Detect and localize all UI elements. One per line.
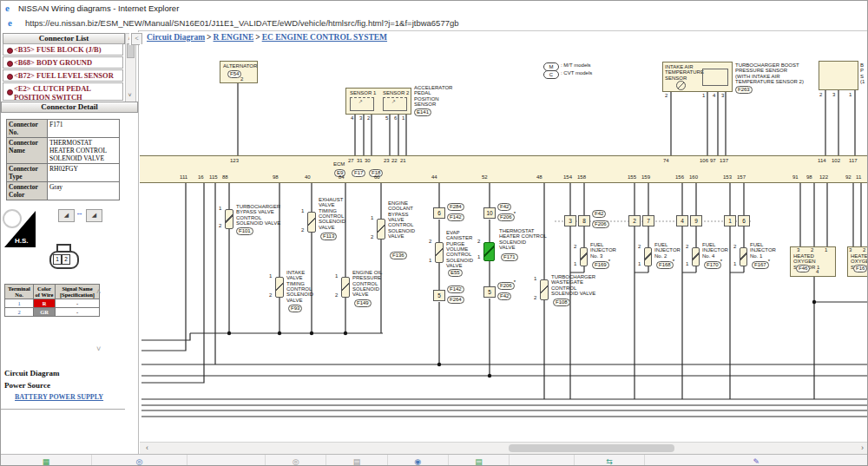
junction-box[interactable]: 6 <box>433 207 445 219</box>
connector-item-label: <E2> CLUTCH PEDAL POSITION SWITCH <box>14 84 91 102</box>
terminal-no[interactable]: 1 <box>5 299 34 308</box>
component-connector-id: F171 <box>501 253 518 261</box>
component-label: No. 3 <box>590 253 602 259</box>
ecm-bottom-pin: 160 <box>689 174 698 180</box>
connector-view-front-button[interactable]: ◢ <box>58 209 75 222</box>
component-label: VALVE <box>446 263 462 268</box>
component-connector-id: F167* <box>752 261 769 269</box>
browser-window: e NISSAN Wiring diagrams - Internet Expl… <box>0 0 868 466</box>
component-connector-id: F136 <box>390 252 407 259</box>
solenoid-symbol[interactable] <box>377 219 385 240</box>
ecm-top-pin: 74 <box>663 158 669 163</box>
bullseye-icon[interactable]: ◉ <box>414 457 421 466</box>
collapse-sidebar-button[interactable]: < <box>131 33 142 45</box>
ecm-top-pin: 137 <box>720 158 728 163</box>
junction-connector-id: F264 <box>447 296 464 304</box>
junction-box[interactable]: 9 <box>690 215 702 226</box>
connector-bullet-icon <box>7 89 13 95</box>
solenoid-symbol[interactable] <box>740 247 747 266</box>
solenoid-symbol[interactable] <box>225 209 233 229</box>
junction-box[interactable]: 5 <box>483 286 496 298</box>
solenoid-symbol[interactable] <box>540 279 549 300</box>
component-top-pin: 2 <box>638 244 641 249</box>
component-top-pin: 1 <box>534 276 536 281</box>
breadcrumb-ec-engine-control[interactable]: EC ENGINE CONTROL SYSTEM <box>262 33 387 42</box>
junction-connector-id: F42 <box>592 210 606 218</box>
battery-power-supply-link[interactable]: BATTERY POWER SUPPLY <box>15 393 103 401</box>
solenoid-symbol[interactable] <box>307 212 316 233</box>
component-top-pin: 1 <box>335 273 338 279</box>
junction-box[interactable]: 3 <box>564 215 576 226</box>
connector-detail-header: Connector Detail <box>1 102 138 113</box>
title-bar: e NISSAN Wiring diagrams - Internet Expl… <box>1 1 868 16</box>
component-bottom-pin: 2 <box>301 227 304 233</box>
solenoid-symbol[interactable] <box>644 247 652 266</box>
junction-box[interactable]: 7 <box>642 215 654 226</box>
ecm-top-pin: 30 <box>365 158 371 163</box>
component-bottom-pin: 2 <box>371 234 373 240</box>
detail-value: F171 <box>48 120 120 138</box>
sidebar-item-fuel-level-sensor[interactable]: <B72> FUEL LEVEL SENSOR <box>3 69 123 82</box>
file-icon[interactable]: ▤ <box>475 457 483 466</box>
grid-icon[interactable]: ▦ <box>43 457 50 466</box>
sidebar-item-clutch-pedal-switch[interactable]: <E2> CLUTCH PEDAL POSITION SWITCH <box>3 82 123 101</box>
scroll-down-icon[interactable]: ˅ <box>126 91 134 99</box>
address-url[interactable]: https://eu.nissan.biz/ESM_NEW/Manual/SN1… <box>25 16 459 30</box>
url-bar[interactable]: e https://eu.nissan.biz/ESM_NEW/Manual/S… <box>1 16 868 31</box>
breadcrumb-separator: > <box>205 33 213 42</box>
target-icon[interactable]: ◎ <box>135 457 142 466</box>
terminal-no[interactable]: 2 <box>5 308 34 317</box>
component-label: VALVE <box>286 298 302 303</box>
junction-box[interactable]: 2 <box>628 215 641 226</box>
detail-value: Gray <box>48 182 120 200</box>
sidebar-item-body-ground[interactable]: <B68> BODY GROUND <box>3 56 123 69</box>
junction-connector-id: F142 <box>447 213 464 221</box>
solenoid-symbol[interactable] <box>580 247 588 266</box>
breadcrumb-r-engine[interactable]: R ENGINE <box>214 33 254 42</box>
component-bottom-pin: 1 <box>574 261 576 266</box>
scroll-left-icon[interactable]: ‹ <box>141 443 153 454</box>
component-top-pin: 1 <box>219 206 221 211</box>
junction-box[interactable]: 5 <box>433 290 445 301</box>
diagram-h-scrollbar[interactable]: ‹ › <box>140 442 868 454</box>
sensor-pin: 2 <box>811 247 813 253</box>
scroll-right-icon[interactable]: › <box>857 443 868 454</box>
solenoid-symbol[interactable] <box>275 277 284 298</box>
junction-box[interactable]: 4 <box>676 215 688 226</box>
page-icon[interactable]: ▤ <box>353 457 361 466</box>
signature-icon[interactable]: ✎ <box>753 457 760 466</box>
component-top-pin: 1 <box>269 273 272 279</box>
solenoid-symbol[interactable] <box>435 242 444 263</box>
connector-item-label: <B72> FUEL LEVEL SENSOR <box>14 71 114 80</box>
sidebar-item-fuse-block[interactable]: <B35> FUSE BLOCK (J/B) <box>3 43 123 56</box>
boost-sensor-label: TEMPERATURE SENSOR 2) <box>735 79 804 84</box>
detail-label: Connector No. <box>7 120 48 138</box>
junction-connector-id: F42 <box>497 292 511 300</box>
sync-icon[interactable]: ⇆ <box>606 457 613 466</box>
solenoid-symbol[interactable] <box>341 277 350 298</box>
ecm-bottom-pin: 48 <box>536 174 542 180</box>
ecm-top-pin: 102 <box>832 158 840 163</box>
status-circle-icon[interactable]: ◎ <box>293 457 299 466</box>
solenoid-symbol[interactable] <box>692 247 700 266</box>
ecm-bottom-pin: 111 <box>180 174 187 180</box>
h-scrollbar-thumb[interactable] <box>509 444 674 452</box>
junction-box[interactable]: 8 <box>578 215 590 226</box>
sensor-pin: 1 <box>402 115 404 121</box>
circuit-diagram-heading: Circuit Diagram <box>4 369 60 377</box>
wiring-diagram-canvas[interactable]: M: M/T modelsC: CVT modelsALTERNATORF542… <box>140 44 868 442</box>
breadcrumb-circuit-diagram[interactable]: Circuit Diagram <box>147 33 205 42</box>
table-scroll-down-icon[interactable]: ˅ <box>96 345 101 353</box>
sensor-pin: 2 <box>367 115 370 121</box>
connector-view-rear-button[interactable]: ◢ <box>86 209 102 222</box>
component-bottom-pin: 2 <box>335 292 338 298</box>
junction-box[interactable]: 6 <box>738 215 750 226</box>
asterisk-marker: * <box>720 259 722 265</box>
thermostat-heater-solenoid-symbol[interactable] <box>483 242 495 261</box>
component-label: No. 2 <box>654 253 667 259</box>
table-scroll-up-icon[interactable]: ˄ <box>96 287 101 296</box>
junction-box[interactable]: 1 <box>724 215 736 226</box>
junction-box[interactable]: 10 <box>483 207 496 219</box>
component-label: SOLENOID VALVE <box>551 291 595 296</box>
scrollbar-thumb[interactable] <box>127 43 135 58</box>
